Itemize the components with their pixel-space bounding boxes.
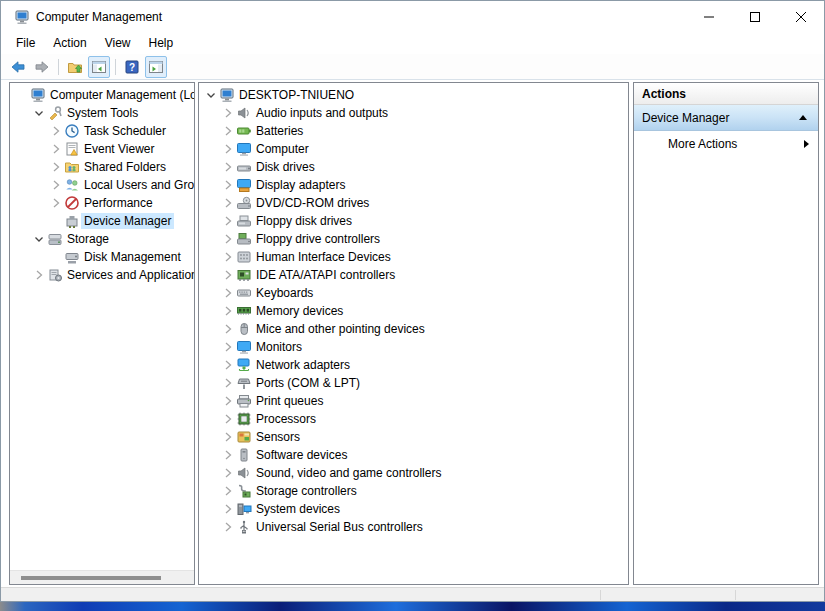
maximize-icon: [750, 12, 760, 22]
menu-item-file[interactable]: File: [7, 34, 44, 52]
device-tree-item-ide-ata-atapi-controllers[interactable]: IDE ATA/ATAPI controllers: [199, 266, 628, 284]
menu-item-action[interactable]: Action: [44, 34, 95, 52]
scrollbar-thumb[interactable]: [21, 576, 161, 580]
close-icon: [796, 12, 806, 22]
expand-chevron-icon[interactable]: [220, 285, 236, 301]
device-tree-item-human-interface-devices[interactable]: Human Interface Devices: [199, 248, 628, 266]
device-tree-item-desktop-tniueno[interactable]: DESKTOP-TNIUENO: [199, 86, 628, 104]
console-tree-item-shared-folders[interactable]: Shared Folders: [10, 158, 194, 176]
expand-chevron-icon[interactable]: [31, 267, 47, 283]
expand-chevron-icon[interactable]: [48, 123, 64, 139]
console-tree-label: Disk Management: [81, 249, 184, 265]
device-tree-label: Sound, video and game controllers: [253, 465, 444, 481]
collapse-chevron-icon[interactable]: [203, 87, 219, 103]
console-tree-item-event-viewer[interactable]: Event Viewer: [10, 140, 194, 158]
console-tree-item-computer-management-local[interactable]: Computer Management (Local: [10, 86, 194, 104]
forward-button[interactable]: [31, 56, 53, 78]
expand-chevron-icon[interactable]: [220, 447, 236, 463]
expand-chevron-icon[interactable]: [220, 177, 236, 193]
expand-chevron-icon[interactable]: [48, 177, 64, 193]
expand-chevron-icon[interactable]: [48, 159, 64, 175]
console-tree-item-device-manager[interactable]: Device Manager: [10, 212, 194, 230]
expand-chevron-icon[interactable]: [220, 519, 236, 535]
actions-group-device-manager[interactable]: Device Manager: [634, 105, 818, 131]
expand-chevron-icon[interactable]: [220, 375, 236, 391]
console-tree-item-services-and-applications[interactable]: Services and Applications: [10, 266, 194, 284]
console-tree-item-storage[interactable]: Storage: [10, 230, 194, 248]
expand-chevron-icon[interactable]: [220, 249, 236, 265]
device-tree-item-keyboards[interactable]: Keyboards: [199, 284, 628, 302]
help-button[interactable]: ?: [121, 56, 143, 78]
expand-chevron-icon[interactable]: [220, 159, 236, 175]
expand-chevron-icon[interactable]: [220, 339, 236, 355]
serial-port-icon: [236, 375, 253, 391]
expand-chevron-icon[interactable]: [48, 195, 64, 211]
expand-chevron-icon[interactable]: [220, 411, 236, 427]
expand-chevron-icon[interactable]: [220, 321, 236, 337]
device-tree-item-floppy-drive-controllers[interactable]: Floppy drive controllers: [199, 230, 628, 248]
expand-chevron-icon[interactable]: [220, 213, 236, 229]
device-tree-item-computer[interactable]: Computer: [199, 140, 628, 158]
back-button[interactable]: [7, 56, 29, 78]
processor-icon: [236, 411, 253, 427]
device-tree-item-system-devices[interactable]: System devices: [199, 500, 628, 518]
device-tree-item-processors[interactable]: Processors: [199, 410, 628, 428]
show-console-tree-button[interactable]: [88, 56, 110, 78]
device-tree-item-storage-controllers[interactable]: Storage controllers: [199, 482, 628, 500]
storage-controller-icon: [236, 483, 253, 499]
device-tree-item-network-adapters[interactable]: Network adapters: [199, 356, 628, 374]
expand-chevron-icon[interactable]: [220, 231, 236, 247]
titlebar[interactable]: Computer Management: [1, 1, 824, 32]
actions-item-more-actions[interactable]: More Actions: [634, 131, 818, 157]
expand-chevron-icon[interactable]: [220, 501, 236, 517]
up-one-level-button[interactable]: [64, 56, 86, 78]
device-tree-item-disk-drives[interactable]: Disk drives: [199, 158, 628, 176]
console-tree-item-local-users-and-groups[interactable]: Local Users and Groups: [10, 176, 194, 194]
expand-chevron-icon[interactable]: [220, 303, 236, 319]
collapse-icon[interactable]: [798, 114, 808, 122]
show-action-pane-button[interactable]: [145, 56, 167, 78]
device-tree-item-universal-serial-bus-controllers[interactable]: Universal Serial Bus controllers: [199, 518, 628, 536]
device-tree-item-sound-video-and-game-controllers[interactable]: Sound, video and game controllers: [199, 464, 628, 482]
expand-chevron-icon[interactable]: [220, 141, 236, 157]
device-tree-item-display-adapters[interactable]: Display adapters: [199, 176, 628, 194]
expand-chevron-icon[interactable]: [48, 141, 64, 157]
device-tree-item-sensors[interactable]: Sensors: [199, 428, 628, 446]
expand-chevron-icon[interactable]: [220, 429, 236, 445]
menu-item-view[interactable]: View: [96, 34, 140, 52]
device-tree-item-monitors[interactable]: Monitors: [199, 338, 628, 356]
collapse-chevron-icon[interactable]: [31, 231, 47, 247]
expand-chevron-icon[interactable]: [220, 123, 236, 139]
expand-chevron-icon[interactable]: [220, 465, 236, 481]
expand-chevron-icon[interactable]: [220, 267, 236, 283]
console-tree-item-task-scheduler[interactable]: Task Scheduler: [10, 122, 194, 140]
expand-chevron-icon[interactable]: [220, 195, 236, 211]
console-tree-item-performance[interactable]: Performance: [10, 194, 194, 212]
device-tree-label: Floppy disk drives: [253, 213, 355, 229]
expand-chevron-icon[interactable]: [220, 393, 236, 409]
close-button[interactable]: [778, 1, 824, 32]
expand-chevron-icon[interactable]: [220, 357, 236, 373]
device-tree-item-audio-inputs-and-outputs[interactable]: Audio inputs and outputs: [199, 104, 628, 122]
device-tree-item-print-queues[interactable]: Print queues: [199, 392, 628, 410]
maximize-button[interactable]: [732, 1, 778, 32]
minimize-button[interactable]: [686, 1, 732, 32]
horizontal-scrollbar[interactable]: [10, 570, 194, 584]
device-tree-item-software-devices[interactable]: Software devices: [199, 446, 628, 464]
more-actions-label: More Actions: [668, 137, 803, 151]
device-tree-label: Audio inputs and outputs: [253, 105, 391, 121]
expand-chevron-icon[interactable]: [220, 483, 236, 499]
expand-chevron-icon[interactable]: [220, 105, 236, 121]
device-tree-item-mice-and-other-pointing-devices[interactable]: Mice and other pointing devices: [199, 320, 628, 338]
console-tree-item-system-tools[interactable]: System Tools: [10, 104, 194, 122]
device-tree-item-floppy-disk-drives[interactable]: Floppy disk drives: [199, 212, 628, 230]
menu-item-help[interactable]: Help: [140, 34, 183, 52]
console-tree-item-disk-management[interactable]: Disk Management: [10, 248, 194, 266]
device-tree-item-ports-com-lpt[interactable]: Ports (COM & LPT): [199, 374, 628, 392]
action-pane-icon: [148, 59, 164, 75]
collapse-chevron-icon[interactable]: [31, 105, 47, 121]
device-tree-item-memory-devices[interactable]: Memory devices: [199, 302, 628, 320]
device-tree-label: Sensors: [253, 429, 303, 445]
device-tree-item-batteries[interactable]: Batteries: [199, 122, 628, 140]
device-tree-item-dvd-cd-rom-drives[interactable]: DVD/CD-ROM drives: [199, 194, 628, 212]
